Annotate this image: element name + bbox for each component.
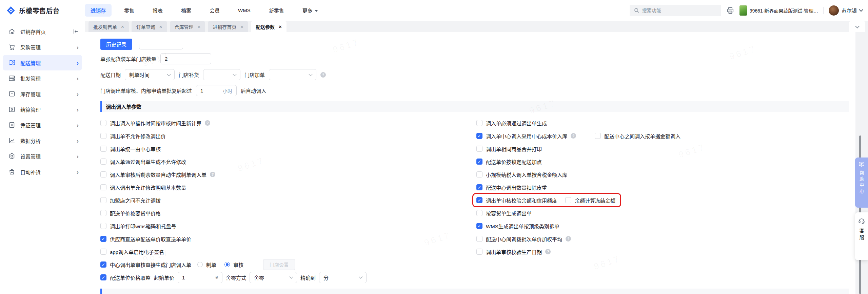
checkbox[interactable]: ✓ <box>100 261 106 268</box>
param-label: 配送中心间调拨批次单价加权平均 <box>486 235 562 243</box>
page-tab[interactable]: 订单查询 × <box>132 21 167 32</box>
user-menu[interactable]: 苏尔银 <box>829 5 863 16</box>
page-tab[interactable]: 配送参数 × <box>251 21 287 32</box>
rounding-mode-select[interactable]: 舍零 <box>250 272 297 283</box>
app-logo: 乐檬零售后台 <box>6 6 60 15</box>
chevron-right-icon: › <box>77 106 79 113</box>
checkbox[interactable]: ✓ <box>595 133 601 139</box>
nav-menu-item[interactable]: 新零售 <box>263 4 290 17</box>
checkbox[interactable]: ✓ <box>100 133 106 139</box>
param-row: ✓ 配送中心调出数量扣除皮重 <box>476 181 547 194</box>
store-addorder-select[interactable] <box>269 69 316 80</box>
sidebar-item-settlement[interactable]: 结算管理 › <box>0 102 85 117</box>
sidebar-item-voucher[interactable]: 凭证管理 › <box>0 117 85 133</box>
sidebar-item-label: 库存管理 <box>20 90 72 98</box>
help-icon[interactable]: ? <box>571 133 576 139</box>
help-icon[interactable]: ? <box>210 172 215 177</box>
checkbox[interactable]: ✓ <box>100 171 106 177</box>
checkbox[interactable]: ✓ <box>100 274 106 280</box>
sidebar-item-settings[interactable]: 设置管理 › <box>0 148 85 164</box>
help-center-tab[interactable]: 帮助中心 <box>855 158 868 208</box>
tab-overflow-button[interactable] <box>849 21 865 32</box>
close-icon[interactable]: × <box>121 24 124 29</box>
nav-menu-item[interactable]: 会员 <box>204 4 225 17</box>
param-label: 调入调出单允许修改明细基本数量 <box>110 184 186 191</box>
search-input[interactable] <box>642 8 717 13</box>
close-icon[interactable]: × <box>240 24 243 29</box>
checkbox[interactable]: ✓ <box>476 197 482 203</box>
radio-make-order[interactable] <box>197 262 203 267</box>
nav-menu-item[interactable]: 更多 <box>297 4 324 17</box>
radio-audit[interactable] <box>224 262 230 267</box>
checkbox[interactable]: ✓ <box>476 146 482 152</box>
checkbox[interactable]: ✓ <box>100 146 106 152</box>
checkbox[interactable]: ✓ <box>476 171 482 177</box>
sidebar-item-inventory[interactable]: 库存管理 › <box>0 86 85 102</box>
checkbox[interactable]: ✓ <box>476 133 482 139</box>
price-round-row: ✓ 配送单位价格取整 起始单价 ¥ 舍零方式 舍零 精确到 分 <box>100 271 367 284</box>
store-count-input[interactable] <box>160 53 211 64</box>
delivery-date-select[interactable]: 制单时间 <box>125 69 175 80</box>
help-icon[interactable]: ? <box>566 236 571 241</box>
checkbox[interactable]: ✓ <box>476 184 482 190</box>
page-tab[interactable]: 仓库管理 × <box>170 21 205 32</box>
sidebar-item-replenish[interactable]: 自动补货 › <box>0 164 85 180</box>
checkbox[interactable]: ✓ <box>100 223 106 229</box>
checkbox[interactable]: ✓ <box>476 120 482 126</box>
sidebar-item-purchase[interactable]: 采购管理 › <box>0 39 85 55</box>
param-label: 起始单价 <box>154 274 174 281</box>
printer-icon[interactable] <box>726 6 734 15</box>
checkbox[interactable]: ✓ <box>100 236 106 242</box>
param-row: ✓ 调出单相同商品合并打印 <box>476 142 542 155</box>
nav-menu-item-label: 更多 <box>302 7 313 14</box>
param-label: 加盟店之间不允许调拨 <box>110 197 161 204</box>
param-row: ✓ 调入单通过调出单生成不允许修改 <box>100 155 186 168</box>
chart-line-icon <box>8 137 16 144</box>
checkbox[interactable]: ✓ <box>476 210 482 216</box>
hours-input[interactable] <box>200 88 221 93</box>
page-tab[interactable]: 进销存首页 × <box>208 21 248 32</box>
checkbox[interactable]: ✓ <box>476 249 482 255</box>
page-tab-label: 仓库管理 <box>175 23 194 30</box>
checkbox[interactable]: ✓ <box>100 159 106 165</box>
nav-menu-item[interactable]: 零售 <box>118 4 140 17</box>
chat-bubble-icon <box>858 161 865 168</box>
store-selector[interactable]: 99661-新界面果蔬版测试-管理… <box>739 5 818 16</box>
history-button[interactable]: 历史记录 <box>100 39 132 50</box>
page-tab[interactable]: 批发销售单 × <box>88 21 129 32</box>
collapse-sidebar-icon[interactable] <box>72 28 79 35</box>
param-row: ✓ 调出单统一由中心审核 <box>100 142 161 155</box>
checkbox[interactable]: ✓ <box>100 120 106 126</box>
sidebar-item-label: 设置管理 <box>20 153 72 160</box>
checkbox[interactable]: ✓ <box>100 210 106 216</box>
help-icon[interactable]: ? <box>545 249 551 254</box>
help-icon[interactable]: ? <box>320 72 326 78</box>
checkbox[interactable]: ✓ <box>476 236 482 242</box>
nav-menu-item[interactable]: 档案 <box>175 4 197 17</box>
sidebar-item-delivery[interactable]: 配送管理 › <box>3 55 82 70</box>
nav-menu-item[interactable]: 报表 <box>147 4 169 17</box>
sidebar-item-label: 采购管理 <box>20 44 72 51</box>
checkbox[interactable]: ✓ <box>476 223 482 229</box>
close-icon[interactable]: × <box>279 24 282 29</box>
checkbox[interactable]: ✓ <box>100 249 106 255</box>
store-settings-button[interactable]: 门店设置 <box>263 259 295 270</box>
nav-menu-item[interactable]: WMS <box>232 5 256 16</box>
global-search[interactable] <box>630 5 721 16</box>
nav-menu-item[interactable]: 进销存 <box>85 4 112 17</box>
store-restock-select[interactable] <box>203 69 240 80</box>
help-icon[interactable]: ? <box>205 120 210 126</box>
param-label: 调入单通过调出单生成不允许修改 <box>110 158 186 165</box>
checkbox[interactable]: ✓ <box>100 197 106 203</box>
checkbox[interactable]: ✓ <box>100 184 106 190</box>
checkbox[interactable]: ✓ <box>565 197 571 203</box>
sidebar-item-home[interactable]: 进销存首页 <box>0 24 85 39</box>
precision-select[interactable]: 分 <box>319 272 367 283</box>
close-icon[interactable]: × <box>198 24 201 29</box>
sidebar-item-wholesale[interactable]: 批发管理 › <box>0 70 85 86</box>
close-icon[interactable]: × <box>159 24 162 29</box>
customer-service-tab[interactable]: 客服 <box>855 212 868 260</box>
checkbox[interactable]: ✓ <box>476 159 482 165</box>
start-price-input[interactable] <box>182 275 213 280</box>
sidebar-item-analytics[interactable]: 数据分析 › <box>0 133 85 148</box>
